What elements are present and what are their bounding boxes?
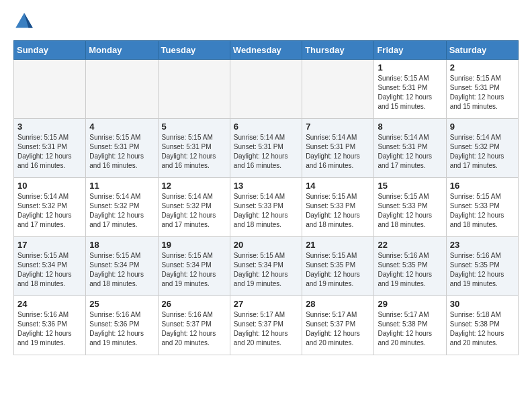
calendar-cell: 30Sunrise: 5:18 AM Sunset: 5:38 PM Dayli… — [446, 296, 518, 355]
day-info: Sunrise: 5:14 AM Sunset: 5:31 PM Dayligh… — [234, 133, 298, 171]
day-of-week-header: Saturday — [446, 41, 518, 60]
calendar-cell: 2Sunrise: 5:15 AM Sunset: 5:31 PM Daylig… — [446, 60, 518, 119]
day-number: 23 — [450, 240, 515, 250]
calendar-cell — [302, 60, 374, 119]
day-info: Sunrise: 5:18 AM Sunset: 5:38 PM Dayligh… — [450, 310, 515, 348]
calendar-cell: 17Sunrise: 5:15 AM Sunset: 5:34 PM Dayli… — [14, 237, 86, 296]
day-info: Sunrise: 5:15 AM Sunset: 5:34 PM Dayligh… — [89, 251, 154, 289]
day-number: 22 — [378, 240, 442, 250]
calendar-cell: 6Sunrise: 5:14 AM Sunset: 5:31 PM Daylig… — [230, 119, 302, 178]
day-number: 5 — [162, 122, 226, 132]
calendar-cell: 14Sunrise: 5:15 AM Sunset: 5:33 PM Dayli… — [302, 178, 374, 237]
day-number: 24 — [17, 299, 82, 309]
day-info: Sunrise: 5:15 AM Sunset: 5:31 PM Dayligh… — [17, 133, 82, 171]
calendar-cell: 24Sunrise: 5:16 AM Sunset: 5:36 PM Dayli… — [14, 296, 86, 355]
calendar-cell: 13Sunrise: 5:14 AM Sunset: 5:33 PM Dayli… — [230, 178, 302, 237]
calendar-cell: 9Sunrise: 5:14 AM Sunset: 5:32 PM Daylig… — [446, 119, 518, 178]
day-number: 14 — [306, 181, 370, 191]
day-info: Sunrise: 5:17 AM Sunset: 5:38 PM Dayligh… — [378, 310, 442, 348]
calendar-cell: 11Sunrise: 5:14 AM Sunset: 5:32 PM Dayli… — [86, 178, 158, 237]
day-number: 29 — [378, 299, 442, 309]
calendar-cell: 21Sunrise: 5:15 AM Sunset: 5:35 PM Dayli… — [302, 237, 374, 296]
day-number: 1 — [378, 62, 442, 73]
day-info: Sunrise: 5:15 AM Sunset: 5:35 PM Dayligh… — [306, 251, 370, 289]
day-number: 19 — [162, 240, 226, 250]
day-info: Sunrise: 5:15 AM Sunset: 5:33 PM Dayligh… — [378, 192, 442, 230]
calendar-cell: 22Sunrise: 5:16 AM Sunset: 5:35 PM Dayli… — [374, 237, 446, 296]
day-info: Sunrise: 5:16 AM Sunset: 5:35 PM Dayligh… — [378, 251, 442, 289]
day-number: 11 — [89, 181, 154, 191]
calendar-cell: 3Sunrise: 5:15 AM Sunset: 5:31 PM Daylig… — [14, 119, 86, 178]
calendar-cell — [14, 60, 86, 119]
calendar-cell: 28Sunrise: 5:17 AM Sunset: 5:37 PM Dayli… — [302, 296, 374, 355]
calendar-week-row: 3Sunrise: 5:15 AM Sunset: 5:31 PM Daylig… — [14, 119, 519, 178]
day-info: Sunrise: 5:14 AM Sunset: 5:31 PM Dayligh… — [306, 133, 370, 171]
day-number: 10 — [17, 181, 82, 191]
day-number: 12 — [162, 181, 226, 191]
day-info: Sunrise: 5:15 AM Sunset: 5:33 PM Dayligh… — [306, 192, 370, 230]
day-number: 7 — [306, 122, 370, 132]
calendar-week-row: 10Sunrise: 5:14 AM Sunset: 5:32 PM Dayli… — [14, 178, 519, 237]
calendar-week-row: 24Sunrise: 5:16 AM Sunset: 5:36 PM Dayli… — [14, 296, 519, 355]
day-of-week-header: Friday — [374, 41, 446, 60]
day-info: Sunrise: 5:16 AM Sunset: 5:36 PM Dayligh… — [89, 310, 154, 348]
day-info: Sunrise: 5:16 AM Sunset: 5:36 PM Dayligh… — [17, 310, 82, 348]
calendar-cell: 16Sunrise: 5:15 AM Sunset: 5:33 PM Dayli… — [446, 178, 518, 237]
calendar-cell: 1Sunrise: 5:15 AM Sunset: 5:31 PM Daylig… — [374, 60, 446, 119]
day-number: 6 — [234, 122, 298, 132]
day-number: 27 — [234, 299, 298, 309]
day-of-week-header: Thursday — [302, 41, 374, 60]
day-of-week-header: Wednesday — [230, 41, 302, 60]
page: SundayMondayTuesdayWednesdayThursdayFrid… — [0, 0, 532, 363]
calendar-cell: 12Sunrise: 5:14 AM Sunset: 5:32 PM Dayli… — [158, 178, 230, 237]
calendar-cell: 7Sunrise: 5:14 AM Sunset: 5:31 PM Daylig… — [302, 119, 374, 178]
calendar-week-row: 1Sunrise: 5:15 AM Sunset: 5:31 PM Daylig… — [14, 60, 519, 119]
day-number: 26 — [162, 299, 226, 309]
calendar-cell: 23Sunrise: 5:16 AM Sunset: 5:35 PM Dayli… — [446, 237, 518, 296]
day-info: Sunrise: 5:14 AM Sunset: 5:33 PM Dayligh… — [234, 192, 298, 230]
day-info: Sunrise: 5:15 AM Sunset: 5:31 PM Dayligh… — [450, 74, 515, 111]
header — [13, 11, 519, 32]
day-number: 9 — [450, 122, 515, 132]
day-info: Sunrise: 5:15 AM Sunset: 5:34 PM Dayligh… — [162, 251, 226, 289]
logo — [13, 11, 39, 32]
day-number: 15 — [378, 181, 442, 191]
day-number: 3 — [17, 122, 82, 132]
day-info: Sunrise: 5:14 AM Sunset: 5:32 PM Dayligh… — [89, 192, 154, 230]
day-number: 16 — [450, 181, 515, 191]
calendar-cell: 15Sunrise: 5:15 AM Sunset: 5:33 PM Dayli… — [374, 178, 446, 237]
day-info: Sunrise: 5:15 AM Sunset: 5:34 PM Dayligh… — [17, 251, 82, 289]
day-of-week-header: Tuesday — [158, 41, 230, 60]
day-info: Sunrise: 5:16 AM Sunset: 5:37 PM Dayligh… — [162, 310, 226, 348]
calendar-cell: 29Sunrise: 5:17 AM Sunset: 5:38 PM Dayli… — [374, 296, 446, 355]
day-info: Sunrise: 5:14 AM Sunset: 5:32 PM Dayligh… — [17, 192, 82, 230]
day-number: 17 — [17, 240, 82, 250]
calendar-cell: 20Sunrise: 5:15 AM Sunset: 5:34 PM Dayli… — [230, 237, 302, 296]
day-of-week-header: Monday — [86, 41, 158, 60]
day-number: 25 — [89, 299, 154, 309]
day-info: Sunrise: 5:15 AM Sunset: 5:31 PM Dayligh… — [162, 133, 226, 171]
calendar-cell — [230, 60, 302, 119]
day-of-week-header: Sunday — [14, 41, 86, 60]
calendar-cell: 25Sunrise: 5:16 AM Sunset: 5:36 PM Dayli… — [86, 296, 158, 355]
day-info: Sunrise: 5:15 AM Sunset: 5:31 PM Dayligh… — [89, 133, 154, 171]
calendar-cell: 5Sunrise: 5:15 AM Sunset: 5:31 PM Daylig… — [158, 119, 230, 178]
day-info: Sunrise: 5:14 AM Sunset: 5:31 PM Dayligh… — [378, 133, 442, 171]
day-number: 18 — [89, 240, 154, 250]
day-number: 8 — [378, 122, 442, 132]
day-number: 21 — [306, 240, 370, 250]
day-info: Sunrise: 5:14 AM Sunset: 5:32 PM Dayligh… — [162, 192, 226, 230]
day-number: 4 — [89, 122, 154, 132]
day-info: Sunrise: 5:17 AM Sunset: 5:37 PM Dayligh… — [306, 310, 370, 348]
day-info: Sunrise: 5:15 AM Sunset: 5:31 PM Dayligh… — [378, 74, 442, 111]
calendar-cell: 18Sunrise: 5:15 AM Sunset: 5:34 PM Dayli… — [86, 237, 158, 296]
day-info: Sunrise: 5:15 AM Sunset: 5:34 PM Dayligh… — [234, 251, 298, 289]
day-number: 28 — [306, 299, 370, 309]
day-info: Sunrise: 5:16 AM Sunset: 5:35 PM Dayligh… — [450, 251, 515, 289]
calendar-cell: 8Sunrise: 5:14 AM Sunset: 5:31 PM Daylig… — [374, 119, 446, 178]
calendar-cell: 27Sunrise: 5:17 AM Sunset: 5:37 PM Dayli… — [230, 296, 302, 355]
calendar-cell: 4Sunrise: 5:15 AM Sunset: 5:31 PM Daylig… — [86, 119, 158, 178]
calendar-cell — [158, 60, 230, 119]
logo-icon — [13, 11, 35, 32]
calendar-table: SundayMondayTuesdayWednesdayThursdayFrid… — [13, 40, 519, 355]
